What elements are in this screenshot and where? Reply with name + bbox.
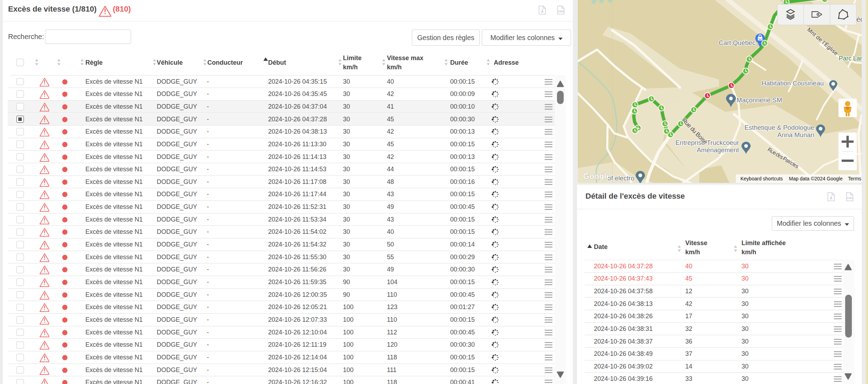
svg-text:Map data ©2024 Google: Map data ©2024 Google (789, 176, 843, 181)
svg-text:CSV: CSV (558, 10, 563, 13)
svg-text:Habitation Cousineau: Habitation Cousineau (762, 79, 824, 87)
svg-text:Parc Lar: Parc Lar (839, 55, 862, 62)
svg-text:Anna Munari: Anna Munari (777, 131, 814, 139)
svg-text:CSV: CSV (847, 197, 852, 200)
svg-text:Aménagement: Aménagement (697, 146, 739, 154)
svg-text:Google: Google (583, 172, 611, 181)
svg-text:Maçonnerie SM: Maçonnerie SM (737, 96, 782, 104)
svg-text:λ: λ (830, 195, 833, 200)
svg-text:éd: éd (856, 15, 862, 23)
svg-text:Cart Québec: Cart Québec (719, 39, 756, 46)
svg-text:Terms: Terms (848, 176, 861, 181)
svg-text:of electro: of electro (608, 174, 634, 182)
svg-text:Keyboard shortcuts: Keyboard shortcuts (740, 176, 783, 181)
svg-text:Esthetique & Podologue: Esthetique & Podologue (744, 124, 814, 131)
